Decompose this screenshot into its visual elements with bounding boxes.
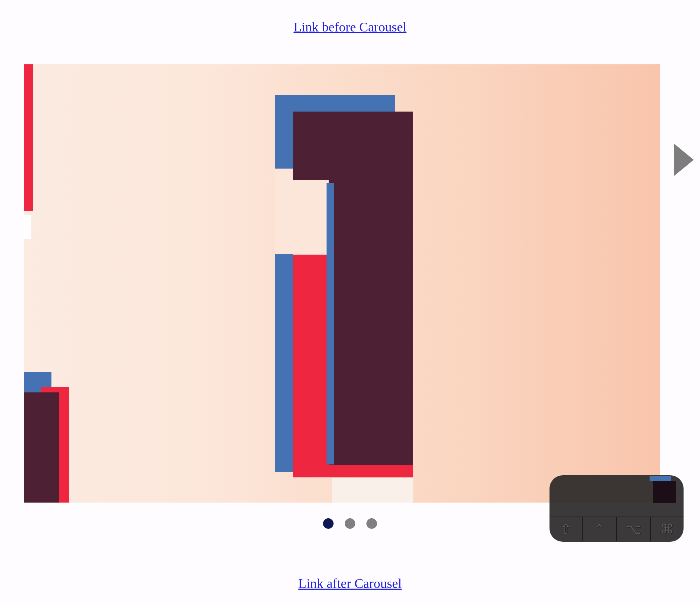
carousel-slide-1[interactable] (24, 64, 660, 503)
overlay-preview (618, 476, 683, 507)
shift-key[interactable]: ⇧ (550, 517, 583, 541)
pagination-dot-1[interactable] (323, 518, 334, 529)
link-after-carousel[interactable]: Link after Carousel (298, 576, 401, 591)
slide-number-shape (327, 183, 334, 464)
next-slide-button[interactable] (674, 144, 694, 176)
preview-decoration (650, 476, 671, 481)
slide-number-shape (329, 112, 413, 465)
command-key[interactable]: ⌘ (651, 517, 684, 541)
keyboard-modifier-overlay: ⇧ ⌃ ⌥ ⌘ (550, 475, 684, 542)
slide-decoration (24, 64, 33, 211)
carousel-container (0, 64, 700, 546)
preview-decoration (653, 481, 676, 503)
control-key[interactable]: ⌃ (583, 517, 617, 541)
option-key[interactable]: ⌥ (617, 517, 651, 541)
slide-decoration (24, 215, 31, 239)
link-before-carousel[interactable]: Link before Carousel (294, 20, 407, 34)
pagination-dot-2[interactable] (345, 518, 355, 529)
slide-decoration (24, 392, 59, 503)
overlay-preview-area (550, 475, 684, 517)
pagination-dot-3[interactable] (366, 518, 377, 529)
top-link-container: Link before Carousel (0, 0, 700, 54)
bottom-link-container: Link after Carousel (0, 556, 700, 604)
modifier-keys-row: ⇧ ⌃ ⌥ ⌘ (550, 517, 684, 541)
slide-number-shape (332, 478, 413, 503)
